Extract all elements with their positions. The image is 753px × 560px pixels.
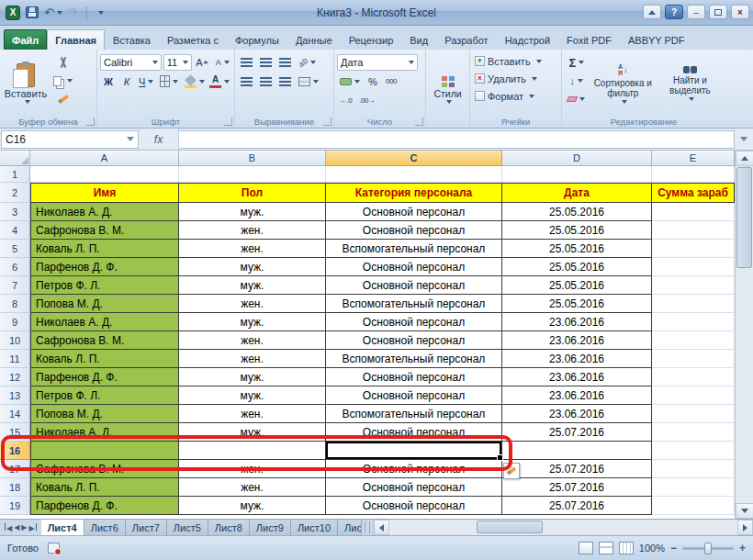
cell-A12[interactable]: Парфенов Д. Ф. bbox=[30, 368, 179, 386]
column-header-C[interactable]: C bbox=[326, 151, 502, 166]
vertical-scroll-thumb[interactable] bbox=[736, 167, 752, 268]
font-dialog-launcher[interactable] bbox=[224, 118, 232, 126]
row-header-14[interactable]: 14 bbox=[0, 405, 30, 423]
tab-split-handle[interactable] bbox=[365, 521, 370, 533]
row-header-18[interactable]: 18 bbox=[0, 478, 30, 497]
cell-A15[interactable]: Николаев А. Д. bbox=[30, 423, 179, 442]
cell-D13[interactable]: 23.06.2016 bbox=[502, 386, 652, 405]
row-header-3[interactable]: 3 bbox=[0, 203, 30, 221]
cell-D16[interactable] bbox=[502, 442, 652, 460]
scroll-right-button[interactable] bbox=[737, 520, 753, 535]
sheet-tab-Лист8[interactable]: Лист8 bbox=[208, 520, 250, 535]
row-header-12[interactable]: 12 bbox=[0, 368, 30, 386]
sheet-tab-Лист5[interactable]: Лист5 bbox=[167, 520, 208, 535]
cell-E19[interactable] bbox=[652, 497, 735, 515]
cell-E8[interactable] bbox=[652, 295, 735, 313]
cell-B1[interactable] bbox=[179, 166, 326, 183]
cell-A18[interactable]: Коваль Л. П. bbox=[30, 478, 179, 497]
column-header-D[interactable]: D bbox=[502, 151, 652, 166]
insert-options-button[interactable] bbox=[503, 463, 520, 479]
cell-D15[interactable]: 25.07.2016 bbox=[502, 423, 652, 442]
cell-E14[interactable] bbox=[652, 405, 735, 423]
cell-C4[interactable]: Основной персонал bbox=[326, 221, 502, 240]
cell-E13[interactable] bbox=[652, 386, 735, 405]
row-header-4[interactable]: 4 bbox=[0, 221, 30, 240]
align-middle-button[interactable] bbox=[257, 54, 275, 71]
cell-B16[interactable] bbox=[179, 442, 326, 460]
cell-D3[interactable]: 25.05.2016 bbox=[502, 203, 652, 221]
normal-view-button[interactable] bbox=[579, 542, 593, 554]
cell-C7[interactable]: Основной персонал bbox=[326, 276, 502, 295]
cell-B5[interactable]: жен. bbox=[179, 240, 326, 258]
font-size-combo[interactable]: 11 bbox=[163, 54, 192, 71]
cell-A10[interactable]: Сафронова В. М. bbox=[30, 331, 179, 350]
row-header-13[interactable]: 13 bbox=[0, 386, 30, 405]
cell-D19[interactable]: 25.07.2016 bbox=[502, 497, 652, 515]
tab-Рецензир[interactable]: Рецензир bbox=[341, 29, 402, 50]
row-header-9[interactable]: 9 bbox=[0, 313, 30, 331]
page-layout-view-button[interactable] bbox=[599, 542, 613, 554]
row-header-7[interactable]: 7 bbox=[0, 276, 30, 295]
align-center-button[interactable] bbox=[257, 73, 275, 90]
cell-E5[interactable] bbox=[652, 240, 735, 258]
cell-A8[interactable]: Попова М. Д. bbox=[30, 295, 179, 313]
merge-center-button[interactable] bbox=[296, 73, 321, 90]
cell-C12[interactable]: Основной персонал bbox=[326, 368, 502, 386]
sheet-tab-Лист4[interactable]: Лист4 bbox=[41, 520, 84, 535]
cell-B17[interactable]: жен. bbox=[179, 460, 326, 478]
styles-button[interactable]: Стили bbox=[429, 75, 466, 105]
page-break-view-button[interactable] bbox=[619, 542, 634, 554]
cell-C5[interactable]: Вспомогательный персонал bbox=[326, 240, 502, 258]
cell-B13[interactable]: муж. bbox=[179, 386, 326, 405]
number-dialog-launcher[interactable] bbox=[415, 118, 423, 126]
workbook-minimize-button[interactable]: – bbox=[687, 5, 705, 19]
cell-E11[interactable] bbox=[652, 350, 735, 368]
increase-decimal-button[interactable]: ←.0 bbox=[337, 93, 354, 109]
align-right-button[interactable] bbox=[276, 73, 294, 90]
cell-E12[interactable] bbox=[652, 368, 735, 386]
bold-button[interactable]: Ж bbox=[100, 73, 117, 90]
prev-sheet-button[interactable]: ◀ bbox=[14, 523, 19, 532]
cell-B6[interactable]: муж. bbox=[179, 258, 326, 276]
format-cells-button[interactable]: Формат bbox=[473, 87, 558, 105]
column-header-E[interactable]: E bbox=[652, 151, 735, 166]
tab-Формулы[interactable]: Формулы bbox=[227, 29, 287, 50]
accounting-format-button[interactable] bbox=[337, 73, 363, 90]
horizontal-scrollbar[interactable] bbox=[373, 520, 753, 535]
orientation-button[interactable]: ab bbox=[296, 54, 319, 71]
row-header-10[interactable]: 10 bbox=[0, 331, 30, 350]
cell-C15[interactable]: Основной персонал bbox=[326, 423, 502, 442]
cell-A16[interactable] bbox=[30, 442, 179, 460]
align-top-button[interactable] bbox=[238, 54, 255, 71]
cell-B11[interactable]: жен. bbox=[179, 350, 326, 368]
cell-E15[interactable] bbox=[652, 423, 735, 442]
tab-Вставка[interactable]: Вставка bbox=[105, 29, 159, 50]
grow-font-button[interactable]: А bbox=[194, 54, 212, 71]
cell-A7[interactable]: Петров Ф. Л. bbox=[30, 276, 179, 295]
row-header-6[interactable]: 6 bbox=[0, 258, 30, 276]
number-format-combo[interactable]: Дата bbox=[337, 54, 418, 71]
shrink-font-button[interactable]: А bbox=[214, 54, 231, 71]
sort-filter-button[interactable]: АЯ ↓ Сортировка и фильтр bbox=[590, 52, 656, 115]
row-header-17[interactable]: 17 bbox=[0, 460, 30, 478]
cell-E10[interactable] bbox=[652, 331, 735, 350]
cell-D7[interactable]: 25.05.2016 bbox=[502, 276, 652, 295]
cell-D18[interactable]: 25.07.2016 bbox=[502, 478, 652, 497]
tab-Разработ[interactable]: Разработ bbox=[436, 29, 496, 50]
cell-C19[interactable]: Основной персонал bbox=[326, 497, 502, 515]
minimize-ribbon-icon[interactable] bbox=[643, 5, 661, 19]
zoom-out-button[interactable]: − bbox=[670, 542, 677, 554]
sheet-tab-Лист1[interactable]: Лист1 bbox=[338, 520, 362, 535]
fill-button[interactable]: ↓ bbox=[565, 73, 589, 89]
cell-B18[interactable]: жен. bbox=[179, 478, 326, 497]
name-box[interactable]: C16 bbox=[1, 130, 139, 149]
cell-E1[interactable] bbox=[652, 166, 735, 183]
scroll-down-button[interactable] bbox=[736, 503, 753, 519]
paste-button[interactable]: Вставить bbox=[3, 52, 49, 115]
zoom-slider[interactable] bbox=[682, 547, 734, 550]
cell-C8[interactable]: Вспомогательный персонал bbox=[326, 295, 502, 313]
scroll-left-button[interactable] bbox=[374, 520, 389, 535]
help-icon[interactable]: ? bbox=[665, 5, 683, 19]
cell-E4[interactable] bbox=[652, 221, 735, 240]
sheet-tab-Лист9[interactable]: Лист9 bbox=[250, 520, 291, 535]
